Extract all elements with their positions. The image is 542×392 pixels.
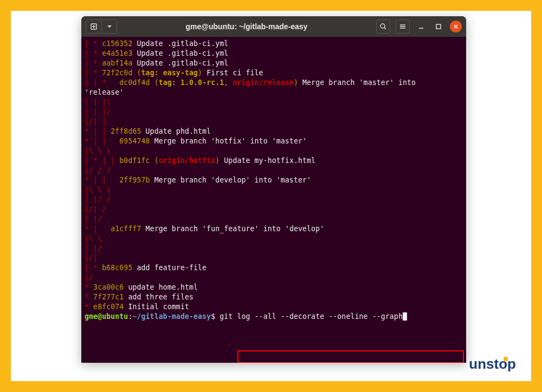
cursor-icon — [403, 312, 407, 321]
new-tab-button[interactable] — [86, 20, 101, 33]
commit-hash: 7f277c1 — [93, 293, 124, 301]
commit-message: Merge branch 'develop' into 'master' — [150, 176, 311, 184]
minimize-button[interactable] — [415, 21, 427, 32]
graph-line: | * — [85, 69, 102, 77]
commit-hash: e4a51e3 — [102, 49, 132, 57]
commit-message: update home.html — [124, 283, 198, 291]
graph-line: | |/ — [85, 215, 119, 223]
remote-ref: origin/release — [233, 79, 294, 87]
graph-line: |/ — [85, 273, 102, 282]
svg-point-3 — [380, 24, 385, 28]
paren: ( — [150, 79, 159, 87]
graph-line: * | — [85, 225, 111, 233]
highlight-annotation — [237, 350, 464, 363]
hamburger-menu-button[interactable] — [396, 19, 410, 34]
graph-line: |\ \ — [85, 234, 111, 243]
commit-message: Update .gitlab-ci.yml — [132, 49, 228, 57]
unstop-logo: unstop — [469, 356, 516, 373]
svg-line-4 — [384, 28, 386, 29]
commit-message: First ci file — [202, 69, 263, 77]
window-title: gme@ubuntu: ~/gitlab-made-easy — [121, 22, 372, 31]
graph-line: | * — [85, 49, 102, 57]
graph-line: * — [85, 303, 93, 311]
graph-line: * — [85, 293, 93, 301]
commit-message: Update .gitlab-ci.yml — [132, 40, 228, 48]
commit-hash: 2ff957b — [119, 176, 150, 184]
commit-message-wrap: 'release' — [85, 88, 124, 96]
commit-hash: 6954748 — [119, 137, 150, 145]
commit-message: Update phd.html — [141, 127, 211, 135]
commit-hash: 72f2c0d — [102, 69, 132, 77]
graph-line: | * — [85, 264, 102, 272]
prompt-dollar: $ — [211, 312, 215, 321]
commit-hash: 2ff8d65 — [111, 127, 141, 135]
graph-line: * | | — [85, 176, 119, 184]
graph-line: |/ / / — [85, 166, 119, 174]
paren: ( — [150, 156, 159, 165]
graph-line: * | | — [85, 137, 119, 145]
tab-dropdown-button[interactable] — [101, 20, 117, 33]
tag-label: tag: 1.0.0-rc.1 — [159, 79, 224, 87]
paren: ) — [294, 79, 298, 87]
graph-line: | |_|/ — [85, 108, 119, 116]
logo-accent-icon — [504, 357, 508, 361]
graph-line: |/| / — [85, 205, 119, 213]
terminal-output[interactable]: | * c156352 Update .gitlab-ci.yml | * e4… — [81, 37, 466, 324]
terminal-window: gme@ubuntu: ~/gitlab-made-easy — [81, 16, 466, 363]
command-input[interactable]: git log --all --decorate --oneline --gra… — [215, 312, 403, 321]
graph-line: |/| — [85, 254, 111, 262]
commit-hash: b68c695 — [102, 264, 132, 272]
commit-message: Initial commit — [124, 303, 189, 311]
paren: ( — [132, 69, 141, 77]
graph-line: | * — [85, 40, 102, 48]
tag-label: tag: easy-tag — [141, 69, 198, 77]
commit-hash: a1cfff7 — [111, 225, 141, 233]
graph-line: | | |\ — [85, 98, 119, 106]
commit-hash: 3ca00c6 — [93, 283, 124, 291]
graph-line: * | | — [85, 127, 111, 135]
commit-message: add three files — [124, 293, 193, 301]
graph-line: | * — [85, 59, 102, 67]
commit-message: Merge branch 'hotfix' into 'master' — [150, 137, 307, 145]
paren: ) — [198, 69, 202, 77]
commit-message: Merge branch 'fun_feature' into 'develop… — [141, 225, 325, 233]
maximize-button[interactable] — [433, 21, 444, 32]
commit-hash: b0df1fc — [119, 156, 150, 165]
graph-line: | | * — [85, 79, 119, 87]
commit-message: Update my-hotfix.html — [220, 156, 315, 165]
commit-hash: e8fc074 — [93, 303, 124, 311]
commit-message: Update .gitlab-ci.yml — [132, 59, 228, 67]
prompt-path: ~/gitlab-made-easy — [132, 312, 211, 321]
svg-rect-9 — [436, 24, 441, 29]
commit-hash: c156352 — [102, 40, 132, 48]
graph-line: | * | | — [85, 156, 119, 165]
close-button[interactable] — [450, 21, 462, 32]
graph-line: | |/ / — [85, 195, 119, 204]
graph-line: | |/ — [85, 244, 111, 252]
graph-line: |/| | — [85, 117, 119, 126]
commit-hash: dc0df4d — [119, 79, 150, 87]
prompt-user-host: gme@ubuntu — [85, 312, 128, 321]
commit-message: Merge branch 'master' into — [298, 79, 420, 87]
commit-message: add feature-file — [132, 264, 207, 272]
graph-line: |\ \ \ — [85, 147, 119, 155]
comma: , — [224, 79, 233, 87]
search-button[interactable] — [376, 19, 390, 34]
graph-line: |\ \ \ — [85, 186, 119, 194]
graph-line: * — [85, 283, 93, 291]
titlebar: gme@ubuntu: ~/gitlab-made-easy — [81, 16, 466, 37]
commit-hash: aabf14a — [102, 59, 132, 67]
remote-ref: origin/hotfix — [159, 156, 216, 165]
